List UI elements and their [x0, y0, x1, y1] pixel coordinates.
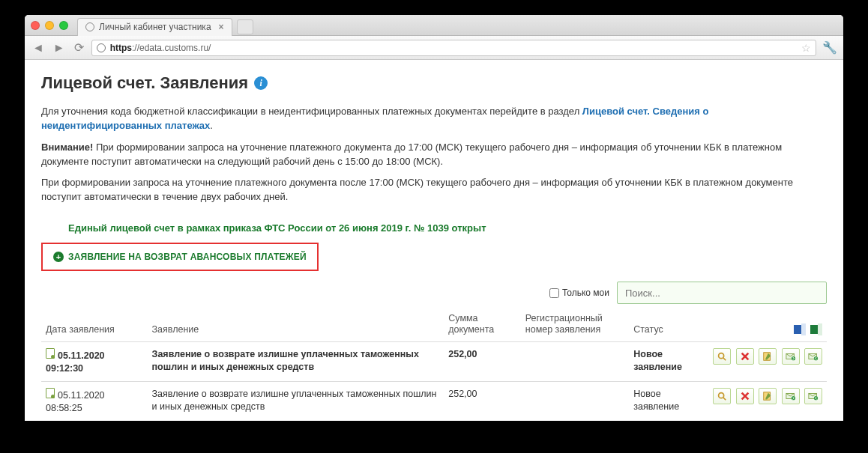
send-action-icon[interactable]: [782, 388, 800, 404]
filter-row: Только мои: [41, 282, 827, 304]
account-open-banner: Единый лицевой счет в рамках приказа ФТС…: [68, 222, 827, 234]
cell-actions: [706, 342, 827, 382]
document-icon: [46, 388, 55, 398]
page-title: Лицевой счет. Заявления i: [41, 73, 827, 93]
search-input[interactable]: [617, 282, 827, 304]
new-tab-button[interactable]: [237, 19, 253, 34]
lead1-suffix: .: [210, 120, 213, 131]
lead2-rest: При формировании запроса на уточнение пл…: [41, 142, 782, 167]
svg-point-21: [814, 396, 818, 400]
cell-amount: 252,00: [444, 342, 521, 382]
edit-action-icon[interactable]: [759, 388, 777, 404]
svg-line-14: [723, 398, 726, 401]
highlight-frame: + ЗАЯВЛЕНИЕ НА ВОЗВРАТ АВАНСОВЫХ ПЛАТЕЖЕ…: [41, 243, 319, 271]
cell-title: Заявление о возврате излишне уплаченных …: [148, 381, 444, 420]
maximize-window-button[interactable]: [59, 21, 68, 30]
url-rest: ://edata.customs.ru/: [132, 43, 211, 53]
browser-window: Личный кабинет участника × ◄ ► ⟳ https:/…: [25, 15, 843, 421]
cell-title: Заявление о возврате излишне уплаченных …: [148, 342, 444, 382]
reload-button[interactable]: ⟳: [73, 40, 85, 55]
tab-title: Личный кабинет участника: [99, 22, 211, 32]
info-icon[interactable]: i: [254, 76, 268, 90]
page-title-text: Лицевой счет. Заявления: [41, 73, 248, 93]
close-window-button[interactable]: [31, 21, 40, 30]
cell-actions: [706, 381, 827, 420]
only-mine-label: Только мои: [562, 288, 609, 298]
address-bar: ◄ ► ⟳ https://edata.customs.ru/ ☆ 🔧: [25, 36, 843, 60]
traffic-lights: [31, 21, 68, 30]
col-status[interactable]: Статус: [629, 308, 706, 342]
back-button[interactable]: ◄: [31, 41, 46, 55]
svg-rect-1: [801, 323, 806, 335]
cell-amount: 252,00: [444, 381, 521, 420]
lead-paragraph-1: Для уточнения кода бюджетной классификац…: [41, 105, 827, 133]
svg-line-5: [723, 358, 726, 361]
plus-icon: +: [53, 252, 64, 262]
receive-action-icon[interactable]: [804, 348, 822, 365]
export-excel-icon[interactable]: [810, 323, 822, 335]
table-row[interactable]: 05.11.2020 08:58:25 Заявление о возврате…: [41, 381, 827, 420]
lead-paragraph-2: Внимание! При формировании запроса на ут…: [41, 141, 827, 169]
col-export: [706, 308, 827, 342]
url-scheme: https: [110, 43, 132, 53]
table-row[interactable]: 05.11.2020 09:12:30 Заявление о возврате…: [41, 342, 827, 382]
settings-wrench-icon[interactable]: 🔧: [822, 40, 837, 55]
svg-rect-3: [818, 323, 822, 335]
svg-point-19: [791, 396, 795, 400]
globe-icon: [85, 22, 94, 31]
view-action-icon[interactable]: [713, 348, 731, 365]
page-content: Лицевой счет. Заявления i Для уточнения …: [25, 60, 843, 421]
col-title[interactable]: Заявление: [148, 308, 444, 342]
only-mine-checkbox[interactable]: Только мои: [549, 288, 609, 298]
receive-action-icon[interactable]: [804, 388, 822, 404]
add-refund-request-button[interactable]: + ЗАЯВЛЕНИЕ НА ВОЗВРАТ АВАНСОВЫХ ПЛАТЕЖЕ…: [43, 244, 317, 270]
lead-paragraph-3: При формировании запроса на уточнение пл…: [41, 176, 827, 204]
delete-action-icon[interactable]: [736, 388, 754, 404]
svg-point-12: [814, 356, 818, 360]
document-icon: [46, 348, 55, 359]
attention-label: Внимание!: [41, 142, 93, 153]
svg-point-4: [719, 353, 724, 359]
col-date[interactable]: Дата заявления: [41, 308, 148, 342]
forward-button[interactable]: ►: [52, 41, 67, 55]
view-action-icon[interactable]: [713, 388, 731, 404]
add-button-label: ЗАЯВЛЕНИЕ НА ВОЗВРАТ АВАНСОВЫХ ПЛАТЕЖЕЙ: [68, 252, 307, 262]
only-mine-input[interactable]: [549, 288, 559, 298]
url-input[interactable]: https://edata.customs.ru/ ☆: [91, 40, 816, 56]
bookmark-star-icon[interactable]: ☆: [801, 42, 811, 54]
svg-point-10: [791, 356, 795, 360]
browser-tab[interactable]: Личный кабинет участника ×: [77, 18, 232, 36]
col-amount[interactable]: Сумма документа: [444, 308, 521, 342]
cell-regnum: [521, 381, 629, 420]
svg-point-13: [719, 392, 724, 398]
titlebar: Личный кабинет участника ×: [25, 15, 843, 36]
requests-table: Дата заявления Заявление Сумма документа…: [41, 308, 827, 421]
col-regnum[interactable]: Регистрационный номер заявления: [521, 308, 629, 342]
minimize-window-button[interactable]: [45, 21, 54, 30]
cell-status: Новое заявление: [629, 381, 706, 420]
close-tab-icon[interactable]: ×: [219, 22, 224, 32]
site-icon: [97, 43, 106, 52]
delete-action-icon[interactable]: [736, 348, 754, 365]
cell-regnum: [521, 342, 629, 382]
lead1-prefix: Для уточнения кода бюджетной классификац…: [41, 106, 582, 117]
edit-action-icon[interactable]: [759, 348, 777, 365]
cell-status: Новое заявление: [629, 342, 706, 382]
send-action-icon[interactable]: [782, 348, 800, 365]
export-word-icon[interactable]: [794, 323, 806, 335]
